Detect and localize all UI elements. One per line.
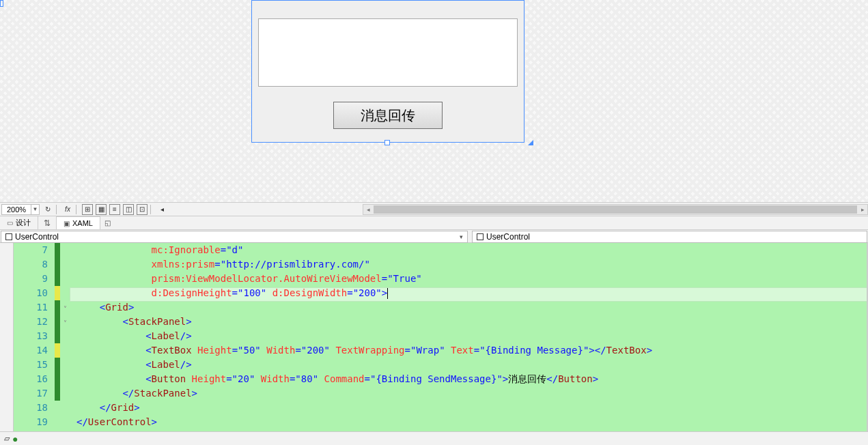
usercontrol-glyph-icon xyxy=(5,233,12,240)
breadcrumb-left-dropdown-icon[interactable]: ▾ xyxy=(460,233,463,240)
code-line[interactable]: <TextBox Height="50" Width="200" TextWra… xyxy=(70,345,868,359)
status-left-marker: ▱ xyxy=(4,434,10,443)
designer-surface[interactable]: 消息回传 xyxy=(0,0,868,202)
hscroll-left-arrow[interactable]: ◂ xyxy=(363,205,373,214)
code-line[interactable]: </Grid> xyxy=(70,402,868,416)
pane-tab-row: ▭ 设计 ⇅ ▣ XAML ◱ xyxy=(0,216,868,229)
line-number: 14 xyxy=(14,345,55,359)
design-tab-glyph-icon: ▭ xyxy=(7,219,13,227)
resize-handle-bottom[interactable] xyxy=(384,140,390,145)
fold-margin[interactable]: ˅ ˅ xyxy=(60,243,70,431)
fold-toggle-icon[interactable]: ˅ xyxy=(60,302,70,316)
designer-toolbar: 200% ▼ ↻ fx ⊞ ▦ ≡ ◫ ⊡ ◂ ◂ ▸ xyxy=(0,202,868,216)
fx-icon[interactable]: fx xyxy=(62,204,73,215)
tab-design-label: 设计 xyxy=(16,218,31,228)
line-number: 7 xyxy=(14,244,55,259)
fold-toggle-icon[interactable]: ˅ xyxy=(60,316,70,330)
tab-xaml[interactable]: ▣ XAML xyxy=(56,216,100,229)
line-number: 12 xyxy=(14,316,55,330)
code-line[interactable]: <Button Height="20" Width="80" Command="… xyxy=(70,373,868,388)
usercontrol-glyph-icon xyxy=(477,233,484,240)
status-bar: ▱ ● xyxy=(0,431,868,445)
status-dot-icon: ● xyxy=(12,433,18,444)
grid-snap-icon[interactable]: ⊞ xyxy=(82,204,93,215)
code-line[interactable]: xmlns:prism="http://prismlibrary.com/" xyxy=(70,259,868,273)
toggle-icon[interactable]: ⊡ xyxy=(137,204,148,215)
code-line[interactable]: </StackPanel> xyxy=(70,388,868,402)
code-line[interactable]: prism:ViewModelLocator.AutoWireViewModel… xyxy=(70,273,868,287)
outline-margin xyxy=(0,243,14,431)
code-line[interactable]: <Label/> xyxy=(70,330,868,345)
line-number-gutter: 7 8 9 10 11 12 13 14 15 16 17 18 19 xyxy=(14,243,55,431)
zoom-value: 200% xyxy=(7,205,26,214)
horizontal-scrollbar[interactable]: ◂ ▸ xyxy=(363,204,868,215)
tab-design[interactable]: ▭ 设计 xyxy=(0,216,38,229)
code-line[interactable]: mc:Ignorable="d" xyxy=(70,244,868,259)
separator xyxy=(76,205,76,214)
popout-icon[interactable]: ◱ xyxy=(104,219,111,227)
line-number: 10 xyxy=(14,287,55,302)
usercontrol-selection-frame[interactable]: 消息回传 xyxy=(251,0,524,143)
scroll-left-icon[interactable]: ◂ xyxy=(156,204,167,215)
swap-panes-button[interactable]: ⇅ xyxy=(38,218,56,228)
code-line[interactable]: <Label/> xyxy=(70,359,868,373)
refresh-icon[interactable]: ↻ xyxy=(42,204,53,215)
breadcrumb-left[interactable]: UserControl ▾ xyxy=(1,231,468,243)
line-number: 16 xyxy=(14,373,55,388)
code-body[interactable]: mc:Ignorable="d" xmlns:prism="http://pri… xyxy=(70,243,868,431)
line-number: 19 xyxy=(14,416,55,431)
separator xyxy=(150,205,151,214)
change-marker-margin xyxy=(55,243,60,431)
breadcrumb-right[interactable]: UserControl xyxy=(472,231,867,243)
line-number: 8 xyxy=(14,259,55,273)
line-number: 15 xyxy=(14,359,55,373)
align-icon[interactable]: ◫ xyxy=(123,204,134,215)
breadcrumb-right-label: UserControl xyxy=(486,232,530,242)
separator xyxy=(56,205,57,214)
breadcrumb-left-label: UserControl xyxy=(15,232,59,242)
line-number: 17 xyxy=(14,388,55,402)
line-number: 18 xyxy=(14,402,55,416)
zoom-dropdown-arrow[interactable]: ▼ xyxy=(31,204,40,215)
code-line-current[interactable]: d:DesignHeight="100" d:DesignWidth="200"… xyxy=(70,287,868,302)
design-textbox[interactable] xyxy=(258,18,518,87)
snap-lines-icon[interactable]: ≡ xyxy=(109,204,120,215)
zoom-combo[interactable]: 200% xyxy=(1,204,31,215)
code-line[interactable]: </UserControl> xyxy=(70,416,868,431)
resize-handle-corner[interactable] xyxy=(528,140,533,145)
text-caret xyxy=(387,288,388,299)
design-button-label: 消息回传 xyxy=(361,106,415,125)
line-number: 13 xyxy=(14,330,55,345)
grid-lines-icon[interactable]: ▦ xyxy=(96,204,107,215)
hscroll-right-arrow[interactable]: ▸ xyxy=(858,205,867,214)
tab-xaml-label: XAML xyxy=(72,219,93,227)
breadcrumb-row: UserControl ▾ UserControl xyxy=(0,229,868,243)
design-button[interactable]: 消息回传 xyxy=(333,102,443,129)
line-number: 9 xyxy=(14,273,55,287)
resize-handle-right[interactable] xyxy=(0,0,3,7)
hscroll-thumb[interactable] xyxy=(374,205,857,214)
xaml-tab-glyph-icon: ▣ xyxy=(64,220,70,227)
line-number: 11 xyxy=(14,302,55,316)
code-line[interactable]: <Grid> xyxy=(70,302,868,316)
code-line[interactable]: <StackPanel> xyxy=(70,316,868,330)
xaml-editor[interactable]: 7 8 9 10 11 12 13 14 15 16 17 18 19 ˅ ˅ xyxy=(0,243,868,431)
